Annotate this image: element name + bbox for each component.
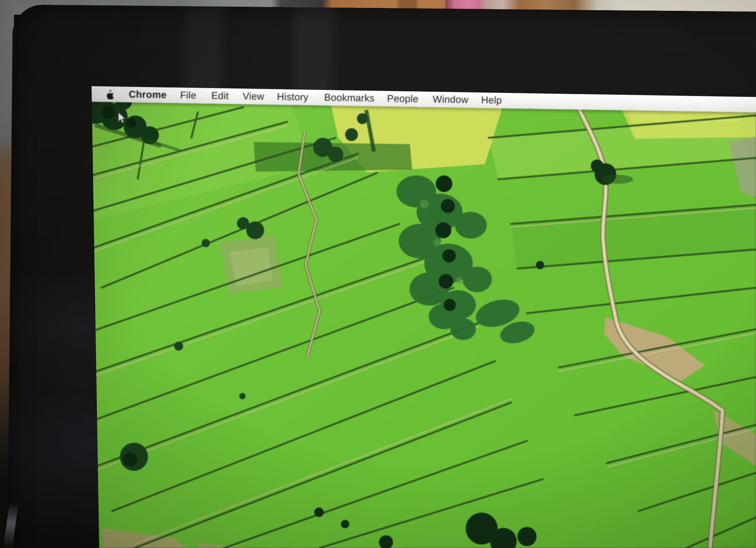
menu-item-view[interactable]: View	[242, 88, 264, 105]
menu-item-history[interactable]: History	[277, 89, 308, 105]
menu-item-window[interactable]: Window	[433, 91, 469, 108]
menu-item-file[interactable]: File	[180, 87, 196, 103]
menu-item-help[interactable]: Help	[481, 92, 502, 108]
mouse-cursor	[118, 112, 127, 127]
menu-item-people[interactable]: People	[387, 91, 419, 107]
menu-item-bookmarks[interactable]: Bookmarks	[324, 90, 375, 107]
apple-menu[interactable]	[104, 89, 115, 100]
menu-item-chrome[interactable]: Chrome	[129, 86, 167, 103]
arrow-cursor-icon	[118, 112, 127, 125]
menu-item-edit[interactable]: Edit	[211, 88, 229, 104]
apple-logo-icon	[104, 89, 115, 100]
photo-of-monitor: Chrome File Edit View History Bookmarks …	[0, 0, 756, 548]
